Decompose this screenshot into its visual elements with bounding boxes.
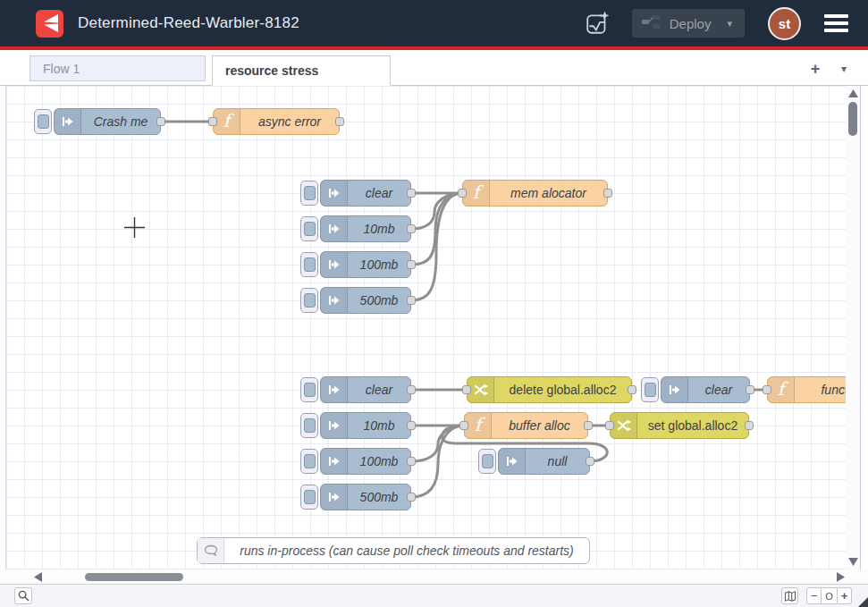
instance-title: Determined-Reed-Warbler-8182 <box>78 14 299 32</box>
output-port[interactable] <box>407 260 416 269</box>
node-inject-null[interactable]: null <box>478 448 590 475</box>
node-label: 100mb <box>348 252 410 277</box>
node-function-async-error[interactable]: f async error <box>213 108 340 135</box>
flowfuse-logo-icon[interactable] <box>36 10 63 38</box>
flow-assistant-icon[interactable] <box>580 6 616 40</box>
inject-icon <box>321 449 348 474</box>
inject-icon <box>321 413 348 438</box>
node-red-editor: Determined-Reed-Warbler-8182 Deploy ▾ <box>0 0 868 607</box>
footer-toolbar: − O + <box>0 584 868 607</box>
node-label: set global.alloc2 <box>637 413 748 438</box>
main-menu-icon[interactable] <box>824 14 848 32</box>
input-port[interactable] <box>763 385 771 394</box>
output-port[interactable] <box>586 457 594 466</box>
zoom-in-button[interactable]: + <box>837 587 852 604</box>
input-port[interactable] <box>459 421 468 430</box>
crosshair-cursor <box>124 217 145 238</box>
vertical-scrollbar[interactable] <box>846 86 861 569</box>
inject-trigger-button[interactable] <box>300 377 318 402</box>
node-label: 10mb <box>348 413 410 438</box>
flow-list-caret-icon[interactable]: ▾ <box>836 61 852 77</box>
node-label: Crash me <box>81 109 160 134</box>
function-icon: f <box>465 413 492 438</box>
horizontal-scroll-thumb[interactable] <box>85 573 183 581</box>
output-port[interactable] <box>407 421 416 430</box>
output-port[interactable] <box>745 421 754 430</box>
node-label: buffer alloc <box>492 413 587 438</box>
node-inject-100mb[interactable]: 100mb <box>300 251 411 278</box>
inject-icon <box>55 109 81 134</box>
inject-trigger-button[interactable] <box>300 181 318 206</box>
node-inject-clear[interactable]: clear <box>300 180 411 207</box>
output-port[interactable] <box>335 117 344 126</box>
node-comment[interactable]: runs in-process (can cause poll check ti… <box>197 537 590 564</box>
node-function-mem-alocator[interactable]: f mem alocator <box>462 180 608 207</box>
output-port[interactable] <box>407 493 416 502</box>
output-port[interactable] <box>407 224 416 233</box>
navigator-toggle-button[interactable] <box>781 587 798 604</box>
scroll-up-icon[interactable] <box>848 89 858 97</box>
inject-trigger-button[interactable] <box>34 109 52 134</box>
output-port[interactable] <box>628 385 636 394</box>
deploy-caret-icon[interactable]: ▾ <box>723 18 736 30</box>
node-label: 500mb <box>348 485 410 510</box>
output-port[interactable] <box>407 296 416 305</box>
vertical-scroll-thumb[interactable] <box>848 102 857 136</box>
inject-trigger-button[interactable] <box>478 449 496 474</box>
scroll-left-icon[interactable] <box>34 572 42 582</box>
inject-trigger-button[interactable] <box>641 377 659 402</box>
input-port[interactable] <box>208 117 217 126</box>
zoom-reset-button[interactable]: O <box>822 587 837 604</box>
input-port[interactable] <box>462 385 471 394</box>
node-inject-10mb[interactable]: 10mb <box>300 412 411 439</box>
tab-flow-1[interactable]: Flow 1 <box>29 55 206 81</box>
output-port[interactable] <box>746 385 754 394</box>
node-inject-crash-me[interactable]: Crash me <box>34 108 161 135</box>
output-port[interactable] <box>156 117 165 126</box>
deploy-button[interactable]: Deploy ▾ <box>632 9 745 38</box>
inject-icon <box>321 288 348 313</box>
add-flow-button[interactable]: + <box>805 59 825 79</box>
node-inject-10mb[interactable]: 10mb <box>300 215 411 242</box>
node-label: 500mb <box>348 288 410 313</box>
function-icon: f <box>214 109 240 134</box>
user-avatar[interactable]: st <box>768 7 801 40</box>
inject-trigger-button[interactable] <box>300 485 318 510</box>
output-port[interactable] <box>407 385 416 394</box>
node-label: clear <box>348 181 410 206</box>
node-label: 100mb <box>348 449 410 474</box>
inject-icon <box>321 485 348 510</box>
node-inject-clear[interactable]: clear <box>641 376 750 403</box>
node-inject-clear[interactable]: clear <box>300 376 411 403</box>
map-icon <box>784 591 796 602</box>
input-port[interactable] <box>458 189 467 198</box>
flow-workspace[interactable]: Crash me f async error clear <box>0 86 861 569</box>
scroll-down-icon[interactable] <box>848 558 858 566</box>
node-function-buffer-alloc[interactable]: f buffer alloc <box>464 412 588 439</box>
scroll-right-icon[interactable] <box>837 572 845 582</box>
node-change-set-global-alloc2[interactable]: set global.alloc2 <box>610 412 749 439</box>
wire-layer <box>0 86 861 569</box>
output-port[interactable] <box>407 189 416 198</box>
output-port[interactable] <box>584 421 593 430</box>
node-change-delete-global-alloc2[interactable]: delete global.alloc2 <box>467 376 632 403</box>
deploy-label: Deploy <box>670 16 712 31</box>
horizontal-scrollbar[interactable] <box>0 569 868 584</box>
node-inject-500mb[interactable]: 500mb <box>300 484 411 510</box>
input-port[interactable] <box>605 421 614 430</box>
zoom-out-button[interactable]: − <box>806 587 822 604</box>
node-label: null <box>526 449 589 474</box>
inject-icon <box>321 377 348 402</box>
search-flows-button[interactable] <box>14 587 32 604</box>
inject-trigger-button[interactable] <box>300 252 318 277</box>
output-port[interactable] <box>603 189 612 198</box>
inject-trigger-button[interactable] <box>300 449 318 474</box>
inject-trigger-button[interactable] <box>300 413 318 438</box>
output-port[interactable] <box>407 457 416 466</box>
node-inject-100mb[interactable]: 100mb <box>300 448 411 475</box>
node-inject-500mb[interactable]: 500mb <box>300 287 411 314</box>
inject-icon <box>499 449 526 474</box>
inject-trigger-button[interactable] <box>300 216 318 241</box>
tab-resource-stress[interactable]: resource stress <box>212 55 391 86</box>
inject-trigger-button[interactable] <box>300 288 318 313</box>
